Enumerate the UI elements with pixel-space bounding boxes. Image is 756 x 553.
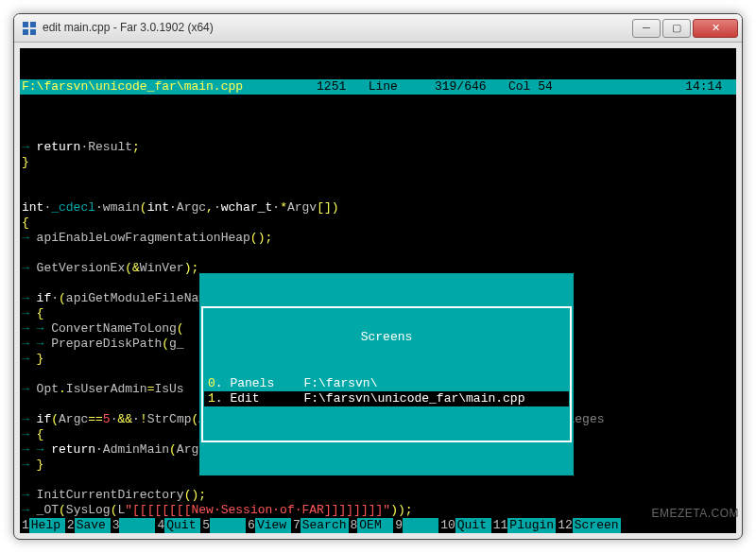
fkey-9[interactable]: 9: [393, 518, 438, 533]
window-title: edit main.cpp - Far 3.0.1902 (x64): [43, 21, 632, 35]
code-line: → apiEnableLowFragmentationHeap();: [22, 231, 734, 246]
code-line: [22, 246, 734, 261]
code-line: → _OT(SysLog(L"[[[[[[[[New·Session·of·FA…: [22, 503, 734, 518]
close-button[interactable]: ✕: [693, 19, 738, 38]
code-line: [22, 185, 734, 200]
terminal-area[interactable]: F:\farsvn\unicode_far\main.cpp 1251 Line…: [20, 48, 736, 533]
popup-title: Screens: [204, 330, 569, 345]
watermark: EMEZETA.COM: [651, 507, 739, 521]
window-buttons: ─ ▢ ✕: [632, 19, 738, 38]
fkey-4[interactable]: 4Quit: [155, 518, 200, 533]
fkey-5[interactable]: 5: [200, 518, 246, 533]
screens-popup: Screens 0. Panels F:\farsvn\1. Edit F:\f…: [199, 273, 574, 475]
svg-rect-0: [23, 22, 28, 27]
code-line: {: [22, 216, 734, 231]
minimize-button[interactable]: ─: [632, 19, 661, 38]
maximize-button[interactable]: ▢: [662, 19, 691, 38]
fkey-6[interactable]: 6View: [246, 518, 291, 533]
fkey-7[interactable]: 7Search: [291, 518, 349, 533]
fkey-12[interactable]: 12Screen: [556, 518, 620, 533]
screens-item[interactable]: 0. Panels F:\farsvn\: [204, 376, 569, 391]
code-line: }: [22, 155, 734, 170]
editor-status-bar: F:\farsvn\unicode_far\main.cpp 1251 Line…: [20, 79, 736, 95]
svg-rect-3: [30, 29, 36, 35]
fkey-3[interactable]: 3: [111, 518, 156, 533]
fkey-11[interactable]: 11Plugin: [491, 518, 556, 533]
code-line: [22, 170, 734, 185]
os-window: edit main.cpp - Far 3.0.1902 (x64) ─ ▢ ✕…: [13, 13, 743, 540]
fkey-8[interactable]: 8OEM: [349, 518, 394, 533]
svg-rect-1: [30, 22, 36, 27]
code-line: → InitCurrentDirectory();: [22, 488, 734, 503]
function-key-bar: 1Help2Save34Quit56View7Search8OEM910Quit…: [20, 518, 736, 533]
fkey-1[interactable]: 1Help: [20, 518, 65, 533]
code-line: → return·Result;: [22, 140, 734, 155]
svg-rect-2: [23, 29, 28, 35]
code-line: int·_cdecl·wmain(int·Argc,·wchar_t·*Argv…: [22, 200, 734, 216]
screens-item[interactable]: 1. Edit F:\farsvn\unicode_far\main.cpp: [204, 391, 569, 406]
app-icon: [22, 21, 37, 36]
code-line: [22, 473, 734, 488]
fkey-10[interactable]: 10Quit: [438, 518, 491, 533]
window-titlebar[interactable]: edit main.cpp - Far 3.0.1902 (x64) ─ ▢ ✕: [14, 14, 742, 43]
fkey-2[interactable]: 2Save: [65, 518, 111, 533]
